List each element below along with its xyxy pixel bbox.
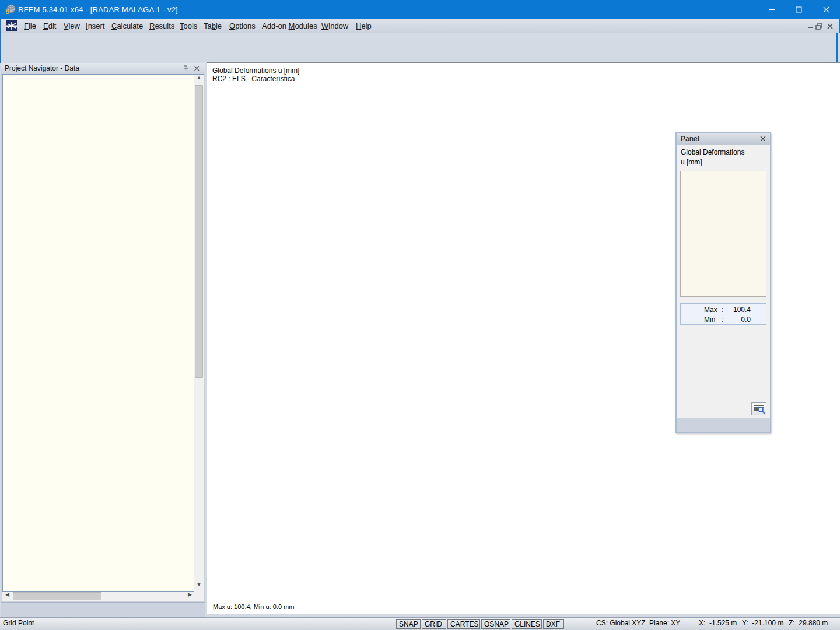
svg-text:5: 5 — [5, 7, 9, 15]
